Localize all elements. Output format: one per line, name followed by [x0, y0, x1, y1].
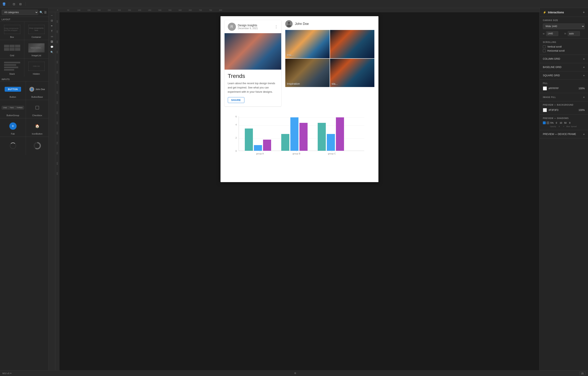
component-tool-icon[interactable]: ⊟: [18, 2, 23, 7]
user-name: John Doe: [295, 22, 309, 26]
canvas-size-select[interactable]: Wide 1440: [543, 23, 585, 29]
canvas-size-section: CANVAS SIZE Wide 1440 w H: [540, 17, 588, 39]
iconbutton-preview: 🏠: [28, 121, 47, 131]
preview-bg-opacity: 100%: [578, 109, 585, 112]
shadow-y-val: 10: [559, 122, 563, 124]
checkbox-label: Checkbox: [32, 114, 42, 116]
imagelist-preview-visual: Tather Sunthin...: [28, 43, 44, 52]
share-button[interactable]: SHARE: [228, 97, 244, 103]
frame-tool[interactable]: ⊡: [49, 18, 54, 23]
column-grid-add[interactable]: +: [583, 57, 585, 61]
interactions-title: Interactions: [548, 11, 564, 14]
frame-tool-icon[interactable]: ⊡: [11, 2, 16, 7]
chart-bar-b2: [290, 117, 299, 151]
card-menu-icon[interactable]: ⋮: [274, 24, 278, 29]
blog-card-action: SHARE: [228, 97, 278, 103]
component-box[interactable]: Drag components into this wrapper Box: [0, 22, 24, 40]
component-grid[interactable]: Grid: [0, 40, 24, 58]
buttongroup-label: ButtonGroup: [7, 114, 19, 116]
ruler-left: 100 150 200 250 300 350 400 450 500 550 …: [55, 12, 59, 370]
logo-icon[interactable]: [2, 2, 7, 7]
shadow-spread-val: 0: [568, 122, 572, 124]
component-container[interactable]: Drop components here Container: [24, 22, 48, 40]
component-imagelist[interactable]: Tather Sunthin... ImageList: [24, 40, 48, 58]
loading1-preview-visual: [10, 143, 16, 149]
shadow-color-checker[interactable]: [546, 121, 549, 124]
baseline-grid-add[interactable]: +: [583, 66, 585, 69]
buttonbase-preview: 👤 John Doe: [28, 84, 47, 94]
media-item-3: Inspiration: [285, 59, 330, 87]
chart-container: 0 2 4 6: [225, 110, 374, 164]
rect-tool[interactable]: ▭: [49, 34, 54, 39]
imagelist-label: ImageList: [32, 54, 41, 57]
horizontal-scroll-option[interactable]: Horizontal scroll: [543, 49, 585, 52]
text-tool[interactable]: T: [49, 29, 54, 34]
vertical-scroll-option[interactable]: Vertical scroll: [543, 45, 585, 48]
preview-bg-row: #F3F3F3 100%: [543, 108, 585, 112]
square-grid-add[interactable]: +: [583, 74, 585, 77]
chart-bar-b3: [299, 123, 308, 151]
blog-card-title: Trends: [228, 73, 278, 79]
dollar-button[interactable]: ($): [579, 372, 586, 375]
svg-text:6: 6: [235, 115, 236, 118]
shadow-x-label: X: [557, 125, 561, 127]
width-input[interactable]: [546, 31, 558, 36]
media-label-3: Inspiration: [287, 82, 300, 85]
grid-preview-visual: [4, 45, 20, 51]
ruler-mark-350: 350: [128, 9, 138, 11]
buttonbase-avatar: 👤: [29, 87, 34, 92]
height-input[interactable]: [568, 31, 580, 36]
ruler-mark-600: 600: [178, 9, 188, 11]
preview-bg-swatch[interactable]: [543, 108, 547, 112]
search-button[interactable]: 🔍: [40, 11, 43, 14]
horizontal-scroll-checkbox[interactable]: [543, 49, 546, 52]
settings-button[interactable]: ⚙: [294, 372, 296, 375]
search-tool[interactable]: 🔍: [49, 50, 54, 55]
image-fill-add[interactable]: +: [583, 95, 585, 99]
component-buttonbase[interactable]: 👤 John Doe ButtonBase: [26, 82, 48, 100]
media-item-2: [330, 30, 374, 58]
stack-preview: [2, 61, 22, 72]
shadow-blur-label: Blue: [566, 125, 570, 127]
right-panel-title: ⚡ Interactions: [543, 11, 564, 14]
canvas-size-label: CANVAS SIZE: [543, 19, 585, 21]
comment-tool[interactable]: 💬: [49, 44, 54, 49]
container-preview: Drop components here: [26, 24, 47, 35]
ruler-mark-750: 750: [209, 9, 219, 11]
component-button[interactable]: BUTTON Button: [0, 82, 26, 100]
pen-tool[interactable]: ✒: [49, 23, 54, 28]
blog-card: R Design Insights December 6, 2021 ⋮: [225, 20, 281, 106]
author-info: Design Insights December 6, 2021: [238, 24, 258, 30]
move-tool[interactable]: ↔: [49, 13, 54, 18]
stack-preview-visual: [4, 62, 20, 71]
component-iconbutton[interactable]: 🏠 IconButton: [26, 118, 48, 136]
image-tool[interactable]: 🖼: [49, 39, 54, 44]
component-loading1[interactable]: [0, 137, 26, 155]
component-stack[interactable]: Stack: [0, 59, 24, 77]
canvas-viewport[interactable]: R Design Insights December 6, 2021 ⋮: [59, 12, 539, 370]
grid-label: Grid: [10, 54, 14, 57]
hidden-label: Hidden: [33, 73, 40, 75]
device-frame-add[interactable]: +: [583, 133, 585, 136]
fill-color-swatch[interactable]: [543, 86, 547, 90]
media-label-4: sta...: [332, 82, 338, 85]
vertical-scroll-checkbox[interactable]: [543, 45, 546, 48]
category-select[interactable]: All categories: [2, 10, 38, 15]
component-checkbox[interactable]: Checkbox: [26, 100, 48, 118]
width-label: w: [543, 32, 545, 35]
shadow-enabled-checkbox[interactable]: [543, 121, 546, 124]
menu-button[interactable]: ☰: [44, 11, 47, 14]
component-loading2[interactable]: [26, 137, 48, 155]
ruler-mark-0: 0: [57, 9, 67, 11]
component-hidden[interactable]: Hide me Hidden: [24, 59, 48, 77]
add-icon[interactable]: +: [583, 10, 585, 14]
ruler-mark-650: 650: [188, 9, 198, 11]
component-fab[interactable]: + Fab: [0, 118, 26, 136]
component-buttongroup[interactable]: ONE TWO THREE ButtonGroup: [0, 100, 26, 118]
box-preview: Drag components into this wrapper: [2, 24, 22, 35]
loading2-preview: [28, 139, 47, 152]
loading1-preview: [2, 139, 24, 152]
version-button[interactable]: MUI v5 ▾: [2, 372, 11, 375]
shadow-opacity-label: Opacity: [549, 125, 557, 127]
toolbar-separator: [9, 2, 9, 6]
